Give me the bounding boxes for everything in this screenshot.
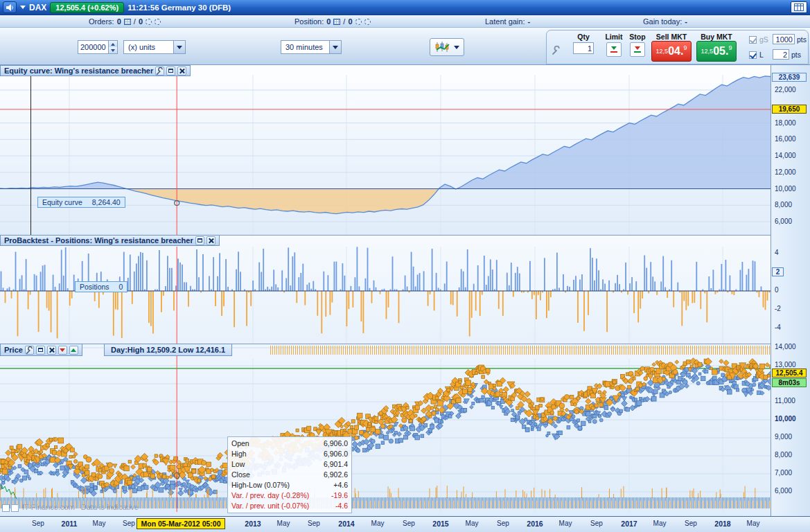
buy-market-button[interactable]: 12,505.9 bbox=[696, 41, 737, 62]
positions-series-value: 0 bbox=[119, 283, 123, 291]
tooltip-label: Low bbox=[231, 459, 245, 470]
position-label: Position: bbox=[294, 17, 324, 26]
step-points-input[interactable] bbox=[773, 49, 789, 60]
tooltip-label: Var. / prev. unit (-0.07%) bbox=[231, 501, 309, 511]
wrench-icon[interactable] bbox=[552, 46, 561, 55]
equity-settings-button[interactable] bbox=[155, 66, 164, 76]
sell-market-button[interactable]: 12,504.9 bbox=[651, 41, 692, 62]
latent-gain-status: Latent gain: - bbox=[485, 15, 530, 28]
quantity-stepper[interactable] bbox=[78, 40, 118, 54]
stop-order-button[interactable] bbox=[630, 42, 645, 57]
buy-mkt-label: Buy MKT bbox=[696, 33, 737, 41]
equity-panel-titlebar: Equity curve: Wing's resistance breacher bbox=[0, 65, 191, 76]
units-dropdown-button[interactable] bbox=[173, 41, 185, 53]
orders-status: Orders: 0 / 0 bbox=[89, 15, 161, 28]
x-axis-tick: 2013 bbox=[239, 520, 267, 528]
price-plot[interactable] bbox=[0, 344, 771, 516]
x-axis-tick: Sep bbox=[677, 520, 705, 527]
tooltip-value: 6,901.4 bbox=[324, 459, 348, 470]
tooltip-label: Open bbox=[231, 438, 249, 449]
close-icon bbox=[208, 238, 214, 244]
sell-price-decimal: 9 bbox=[683, 44, 687, 51]
sound-alert-button[interactable] bbox=[3, 1, 17, 13]
x-axis-tick: 2016 bbox=[521, 520, 549, 528]
y-axis-tick: 7,000 bbox=[775, 469, 792, 477]
price-panel-titlebar: Price bbox=[0, 344, 82, 356]
price-settings-button[interactable] bbox=[25, 346, 34, 355]
sell-marker-button[interactable] bbox=[58, 346, 67, 355]
quantity-down-button[interactable] bbox=[109, 47, 117, 53]
equity-panel-title: Equity curve: Wing's resistance breacher bbox=[4, 66, 153, 75]
tooltip-value: 6,906.0 bbox=[324, 449, 348, 459]
tooltip-value: -19.6 bbox=[331, 490, 348, 501]
trailing-points-input[interactable] bbox=[773, 34, 795, 44]
blue-support-markers bbox=[0, 363, 771, 497]
status-bar: Orders: 0 / 0 Position: 0 / 0 Latent gai… bbox=[0, 15, 810, 28]
orders-list-icon[interactable] bbox=[124, 19, 131, 25]
wrench-icon bbox=[26, 346, 33, 354]
limit-order-button[interactable] bbox=[606, 42, 622, 57]
grid-icon bbox=[794, 3, 804, 11]
tooltip-row: Open6,906.0 bbox=[231, 438, 348, 449]
instrument-dropdown-caret[interactable] bbox=[20, 6, 26, 9]
panel-zoom-out-icon[interactable] bbox=[2, 504, 10, 512]
close-icon bbox=[179, 68, 185, 74]
chart-style-button[interactable] bbox=[430, 38, 464, 56]
positions-restore-button[interactable] bbox=[195, 236, 204, 245]
tooltip-label: High-Low (0.07%) bbox=[231, 480, 290, 490]
qty-input[interactable] bbox=[573, 42, 594, 54]
x-axis-tick: Sep bbox=[583, 520, 610, 527]
positions-close-button[interactable] bbox=[206, 236, 215, 245]
position-list-icon[interactable] bbox=[333, 19, 340, 25]
quantity-input[interactable] bbox=[78, 41, 108, 53]
equity-series-label[interactable]: Equity curve 8,264.40 bbox=[37, 197, 125, 208]
latent-gain-value: - bbox=[528, 17, 531, 26]
equity-curve-plot[interactable] bbox=[0, 65, 771, 235]
position-settings-icon[interactable] bbox=[355, 19, 362, 25]
x-axis-tick: May bbox=[458, 520, 486, 527]
position-size-badge: 2 bbox=[772, 267, 784, 276]
x-axis-tick: May bbox=[270, 520, 297, 527]
buy-marker-button[interactable] bbox=[69, 346, 78, 355]
y-axis-tick: 14,000 bbox=[775, 343, 796, 351]
trading-platform-window: DAX 12,505.4 (+0.62%) 11:21:56 Germany 3… bbox=[0, 0, 810, 532]
stop-level-icon bbox=[634, 51, 641, 53]
equity-restore-button[interactable] bbox=[166, 66, 175, 76]
tooltip-label: High bbox=[231, 449, 247, 459]
y-axis-tick: 22,000 bbox=[775, 86, 796, 94]
units-select[interactable]: (x) units bbox=[123, 40, 186, 54]
stop-label: Stop bbox=[626, 33, 649, 41]
timeframe-selected-option: 30 minutes bbox=[285, 43, 323, 51]
positions-series-label[interactable]: Positions 0 bbox=[75, 281, 127, 292]
limit-distance-checkbox[interactable] bbox=[749, 51, 757, 59]
orders-settings-icon-2[interactable] bbox=[155, 19, 161, 25]
x-axis[interactable]: Mon 05-Mar-2012 05:00 Sep2011MaySep2013M… bbox=[0, 516, 810, 532]
quantity-up-button[interactable] bbox=[109, 41, 117, 47]
position-count: 0 bbox=[326, 17, 331, 26]
equity-close-button[interactable] bbox=[177, 66, 186, 76]
tooltip-value: -4.6 bbox=[335, 501, 348, 511]
instrument-name[interactable]: DAX bbox=[29, 3, 46, 12]
panel-zoom-in-icon[interactable] bbox=[11, 504, 19, 512]
orders-settings-icon[interactable] bbox=[146, 19, 152, 25]
buy-price-main: 05. bbox=[713, 46, 728, 57]
tooltip-row: High6,906.0 bbox=[231, 449, 348, 459]
market-name: Germany 30 (DFB) bbox=[161, 3, 231, 12]
limit-arrow-icon bbox=[611, 46, 617, 50]
guaranteed-stop-checkbox[interactable] bbox=[749, 36, 757, 44]
restore-window-icon bbox=[38, 348, 43, 352]
orders-count-2: 0 bbox=[139, 17, 143, 26]
red-arrow-icon bbox=[60, 348, 65, 352]
price-restore-button[interactable] bbox=[36, 346, 45, 355]
y-axis-gutter[interactable]: 22,00018,00016,00014,00012,00010,0008,00… bbox=[771, 65, 810, 516]
tooltip-row: Low6,901.4 bbox=[231, 459, 348, 470]
workspace-layout-button[interactable] bbox=[791, 1, 807, 13]
x-axis-tick: 2018 bbox=[709, 520, 737, 528]
timeframe-dropdown-button[interactable] bbox=[329, 41, 341, 53]
chevron-down-icon bbox=[333, 46, 338, 49]
timeframe-select[interactable]: 30 minutes bbox=[281, 40, 342, 54]
position-settings-icon-2[interactable] bbox=[364, 19, 371, 25]
x-axis-tick: May bbox=[646, 520, 673, 527]
price-close-button[interactable] bbox=[47, 346, 56, 355]
qty-label: Qty bbox=[570, 33, 597, 41]
